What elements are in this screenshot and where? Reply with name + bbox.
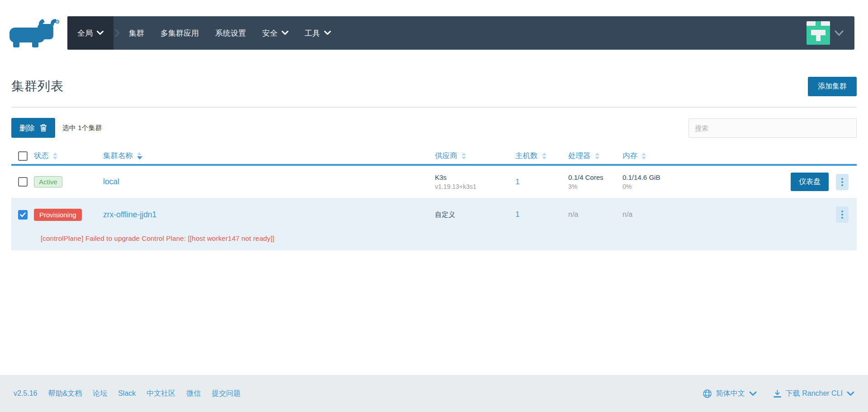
clusters-table: 状态 集群名称 供应商 主机数 处理器 内存 [11, 148, 857, 250]
column-header-cpu[interactable]: 处理器 [568, 151, 623, 161]
page-title: 集群列表 [11, 78, 64, 95]
row-checkbox-checked[interactable] [18, 210, 28, 220]
sort-icon [53, 153, 57, 159]
header-checkbox-cell [11, 151, 34, 161]
cpu-value: 0.1/4 Cores [568, 173, 623, 181]
language-label: 简体中文 [716, 389, 745, 398]
cluster-error-message: [controlPlane] Failed to upgrade Control… [41, 234, 857, 242]
row-checkbox[interactable] [18, 177, 28, 187]
trash-icon [40, 124, 47, 132]
nav-spacer [339, 16, 807, 50]
footer-link-forum[interactable]: 论坛 [93, 389, 107, 398]
chevron-down-icon [835, 30, 844, 36]
chevron-down-icon [282, 31, 288, 35]
globe-icon [703, 389, 712, 398]
svg-text:®: ® [56, 20, 59, 23]
status-badge-active: Active [34, 176, 62, 187]
footer: v2.5.16 帮助&文档 论坛 Slack 中文社区 微信 提交问题 简体中文… [0, 375, 868, 412]
nav-separator-icon [113, 16, 121, 50]
table-header-row: 状态 集群名称 供应商 主机数 处理器 内存 [11, 148, 857, 166]
selection-count-text: 选中 1个集群 [62, 124, 102, 132]
cpu-used: 3% [568, 183, 623, 190]
add-cluster-button[interactable]: 添加集群 [808, 77, 857, 96]
row-menu-button[interactable] [836, 206, 849, 223]
avatar [807, 21, 830, 45]
memory-value: n/a [623, 211, 632, 218]
dashboard-button[interactable]: 仪表盘 [791, 173, 829, 191]
footer-right: 简体中文 下载 Rancher CLI [703, 389, 854, 398]
nav-item-label: 多集群应用 [160, 28, 199, 38]
table-row-zrx-offline-jjdn1: Provisioning zrx-offline-jjdn1 自定义 1 n/a… [11, 198, 857, 250]
check-icon [20, 212, 26, 217]
footer-link-slack[interactable]: Slack [118, 389, 136, 398]
memory-used: 0% [623, 183, 690, 190]
download-icon [773, 389, 782, 398]
sort-icon-active [137, 152, 142, 159]
footer-link-file-issue[interactable]: 提交问题 [212, 389, 241, 398]
nav-item-tools[interactable]: 工具 [297, 16, 339, 50]
select-all-checkbox[interactable] [18, 151, 28, 161]
nav-item-label: 全局 [77, 28, 93, 38]
language-selector[interactable]: 简体中文 [703, 389, 757, 398]
nav-item-clusters[interactable]: 集群 [121, 16, 152, 50]
sort-icon [462, 153, 466, 159]
nav-item-label: 工具 [305, 28, 320, 38]
nav-item-multi-cluster-apps[interactable]: 多集群应用 [152, 16, 207, 50]
row-menu-button[interactable] [836, 174, 849, 190]
main-nav: 全局 集群 多集群应用 系统设置 安全 工具 [67, 16, 854, 50]
nav-item-settings[interactable]: 系统设置 [207, 16, 254, 50]
nav-item-label: 系统设置 [215, 28, 246, 38]
rancher-bull-icon: ® [9, 18, 59, 48]
column-header-state[interactable]: 状态 [34, 151, 103, 161]
column-header-memory[interactable]: 内存 [623, 151, 690, 161]
sort-icon [642, 153, 646, 159]
chevron-down-icon [749, 391, 757, 396]
cluster-name-link[interactable]: local [103, 177, 119, 186]
provider-value: K3s [435, 173, 515, 181]
provider-version: v1.19.13+k3s1 [435, 183, 515, 190]
bulk-actions-toolbar: 删除 选中 1个集群 [11, 118, 857, 138]
download-cli-label: 下载 Rancher CLI [786, 389, 843, 398]
footer-link-docs[interactable]: 帮助&文档 [48, 389, 82, 398]
delete-button-label: 删除 [19, 123, 35, 133]
host-count-link[interactable]: 1 [515, 210, 519, 219]
main-content: 集群列表 添加集群 删除 选中 1个集群 状态 [0, 77, 868, 250]
column-header-name[interactable]: 集群名称 [103, 151, 435, 161]
footer-links: v2.5.16 帮助&文档 论坛 Slack 中文社区 微信 提交问题 [14, 389, 241, 398]
footer-link-wechat[interactable]: 微信 [186, 389, 201, 398]
sort-icon [595, 153, 599, 159]
column-header-provider[interactable]: 供应商 [435, 151, 515, 161]
user-menu[interactable] [807, 16, 854, 50]
status-badge-provisioning: Provisioning [34, 209, 82, 221]
memory-value: 0.1/14.6 GiB [623, 173, 690, 181]
host-count-link[interactable]: 1 [515, 178, 519, 186]
nav-item-global[interactable]: 全局 [67, 16, 113, 50]
divider [11, 107, 857, 108]
nav-item-label: 安全 [262, 28, 278, 38]
page-header: 集群列表 添加集群 [11, 77, 857, 96]
chevron-down-icon [847, 391, 854, 396]
delete-button[interactable]: 删除 [11, 118, 55, 138]
provider-value: 自定义 [435, 211, 515, 219]
footer-version[interactable]: v2.5.16 [14, 389, 37, 398]
search-input[interactable] [689, 118, 857, 138]
download-cli-menu[interactable]: 下载 Rancher CLI [773, 389, 854, 398]
cluster-name-link[interactable]: zrx-offline-jjdn1 [103, 210, 156, 219]
sort-icon [542, 153, 547, 159]
nav-item-label: 集群 [129, 28, 144, 38]
cpu-value: n/a [568, 211, 578, 218]
top-bar: ® 全局 集群 多集群应用 系统设置 安全 工具 [0, 0, 868, 50]
nav-item-security[interactable]: 安全 [254, 16, 297, 50]
table-row-local: Active local K3s v1.19.13+k3s1 1 0.1/4 C… [11, 166, 857, 198]
rancher-logo[interactable]: ® [0, 16, 67, 50]
chevron-down-icon [97, 31, 104, 35]
column-header-hosts[interactable]: 主机数 [515, 151, 568, 161]
chevron-down-icon [324, 31, 331, 35]
footer-link-cn-community[interactable]: 中文社区 [146, 389, 175, 398]
